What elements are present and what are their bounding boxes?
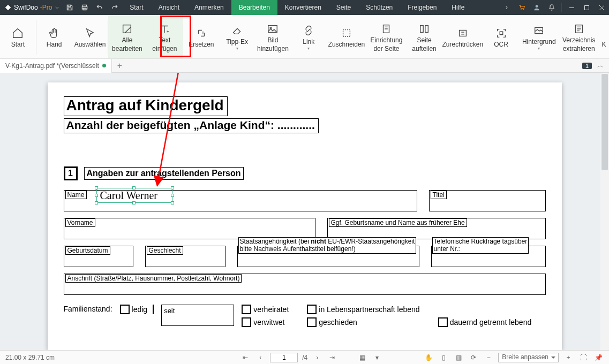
tool-add-image[interactable]: Bild hinzufügen — [255, 16, 291, 58]
checkbox-icon[interactable] — [120, 305, 130, 314]
tool-replace[interactable]: B Ersetzen — [183, 16, 219, 58]
tool-indent[interactable]: Zurechtrücken — [442, 16, 483, 58]
background-icon — [533, 23, 545, 38]
field-ggf-label: Ggf. Geburtsname und Name aus früherer E… — [329, 218, 467, 227]
field-anschrift[interactable]: Anschrift (Straße/Platz, Hausnummer, Pos… — [64, 274, 546, 295]
page-indicator-badge[interactable]: 1 — [582, 63, 592, 69]
tool-select[interactable]: Auswählen — [72, 16, 108, 58]
inserted-text-value[interactable]: Carol Werner — [97, 188, 172, 203]
field-vorname[interactable]: Vorname — [64, 218, 315, 239]
menu-konvertieren[interactable]: Konvertieren — [277, 0, 329, 15]
inserted-text-box[interactable]: Carol Werner — [96, 188, 172, 203]
checkbox-icon[interactable] — [438, 317, 448, 327]
rotate-icon[interactable]: ⟳ — [468, 354, 479, 361]
menu-anmerken[interactable]: Anmerken — [187, 0, 231, 15]
option-lebenspartnerschaft[interactable]: in Lebenspartnerschaft lebend — [307, 305, 419, 314]
zoom-out-button[interactable]: − — [483, 354, 494, 361]
chevron-down-icon[interactable]: ▾ — [372, 354, 382, 361]
add-tab-button[interactable]: + — [112, 61, 127, 71]
field-geschlecht[interactable]: Geschlecht — [145, 246, 225, 267]
cart-icon[interactable] — [514, 0, 529, 15]
hand-mode-icon[interactable]: ✋ — [423, 354, 434, 361]
option-verheiratet[interactable]: verheiratet — [242, 305, 289, 314]
menu-ansicht[interactable]: Ansicht — [151, 0, 187, 15]
menu-hilfe[interactable]: Hilfe — [444, 0, 472, 15]
tool-start[interactable]: Start — [0, 16, 36, 58]
zoom-in-button[interactable]: + — [563, 354, 574, 361]
page-setup-icon — [380, 21, 392, 36]
first-page-button[interactable]: ⇤ — [240, 354, 251, 361]
menu-bearbeiten[interactable]: Bearbeiten — [231, 0, 277, 15]
zoom-select[interactable]: Breite anpassen — [498, 353, 559, 362]
redo-icon[interactable] — [107, 0, 122, 15]
app-menu-chevron-icon — [55, 6, 59, 10]
pin-icon[interactable]: 📌 — [593, 354, 604, 361]
modified-dot-icon — [102, 64, 106, 67]
option-verwitwet[interactable]: verwitwet — [242, 317, 289, 327]
minimize-button[interactable] — [564, 0, 579, 15]
close-button[interactable] — [594, 0, 609, 15]
tool-overflow[interactable]: K — [599, 16, 609, 58]
option-ledig[interactable]: ledig — [120, 305, 154, 314]
viewport[interactable]: Antrag auf Kindergeld Anzahl der beigefü… — [0, 73, 609, 350]
option-getrennt[interactable]: dauernd getrennt lebend — [438, 317, 532, 327]
view-grid-icon[interactable]: ▦ — [357, 354, 367, 361]
tool-page-setup[interactable]: Einrichtung der Seite — [366, 16, 406, 58]
undo-icon[interactable] — [92, 0, 107, 15]
checkbox-icon[interactable] — [307, 305, 317, 314]
tool-crop[interactable]: Zuschneiden — [327, 16, 366, 58]
field-telefon[interactable]: Telefonische Rückfrage tagsüberunter Nr.… — [431, 246, 546, 267]
tool-toc[interactable]: Verzeichnis extrahieren — [559, 16, 598, 58]
image-icon — [267, 21, 279, 36]
checkbox-icon[interactable] — [242, 317, 251, 327]
last-page-button[interactable]: ⇥ — [327, 354, 337, 361]
field-gesch-label: Geschlecht — [147, 246, 183, 255]
tool-crop-label: Zuschneiden — [328, 41, 365, 49]
chevron-down-icon: ▾ — [307, 46, 310, 51]
menu-schuetzen[interactable]: Schützen — [358, 0, 400, 15]
tool-split[interactable]: Seite aufteilen — [407, 16, 442, 58]
svg-text:B: B — [202, 31, 204, 35]
field-ggf[interactable]: Ggf. Geburtsname und Name aus früherer E… — [327, 218, 546, 239]
document-tab[interactable]: V-Kg1-Antrag.pdf *(Verschlüsselt — [0, 59, 112, 73]
option-geschieden[interactable]: geschieden — [307, 317, 419, 327]
tool-select-label: Auswählen — [74, 41, 106, 49]
app-logo[interactable]: SwifDoo-Pro — [0, 4, 62, 11]
page-number-input[interactable] — [270, 353, 298, 362]
field-geburtsdatum[interactable]: Geburtsdatum — [64, 246, 133, 267]
bell-icon[interactable] — [544, 0, 559, 15]
eraser-icon — [231, 23, 243, 38]
tool-ocr[interactable]: OCR — [483, 16, 519, 58]
checkbox-icon[interactable] — [307, 317, 317, 327]
field-seit[interactable]: seit — [161, 305, 234, 326]
maximize-button[interactable] — [579, 0, 594, 15]
fullscreen-icon[interactable]: ⛶ — [578, 354, 589, 361]
field-titel[interactable]: Titel — [429, 190, 546, 211]
scrollbar-thumb[interactable] — [602, 74, 608, 170]
print-icon[interactable] — [77, 0, 92, 15]
tool-split-label: Seite aufteilen — [407, 36, 442, 53]
pdf-page[interactable]: Antrag auf Kindergeld Anzahl der beigefü… — [48, 82, 562, 350]
tool-link[interactable]: Link ▾ — [291, 16, 327, 58]
tool-edit-all-label: Alle bearbeiten — [108, 36, 146, 53]
menu-start[interactable]: Start — [122, 0, 151, 15]
tool-hand[interactable]: Hand — [36, 16, 72, 58]
continuous-icon[interactable]: ▥ — [453, 354, 464, 361]
single-page-icon[interactable]: ▯ — [438, 354, 449, 361]
menu-seite[interactable]: Seite — [329, 0, 358, 15]
user-icon[interactable] — [529, 0, 544, 15]
prev-page-button[interactable]: ‹ — [255, 354, 266, 361]
save-icon[interactable] — [62, 0, 77, 15]
vertical-scrollbar[interactable] — [600, 73, 609, 350]
collapse-ribbon-icon[interactable]: ︿ — [597, 61, 604, 70]
chevron-down-icon: ▾ — [538, 46, 540, 51]
menu-freigeben[interactable]: Freigeben — [400, 0, 444, 15]
chevron-right-icon[interactable]: › — [499, 0, 514, 15]
tool-edit-all[interactable]: Alle bearbeiten — [108, 16, 146, 58]
tool-insert-text[interactable]: Text einfügen — [146, 16, 183, 58]
field-staat[interactable]: Staatsangehörigkeit (bei nicht EU-/EWR-S… — [237, 246, 419, 267]
next-page-button[interactable]: › — [312, 354, 322, 361]
tool-tippex[interactable]: Tipp-Ex ▾ — [219, 16, 255, 58]
checkbox-icon[interactable] — [242, 305, 251, 314]
tool-background[interactable]: Hintergrund ▾ — [519, 16, 559, 58]
